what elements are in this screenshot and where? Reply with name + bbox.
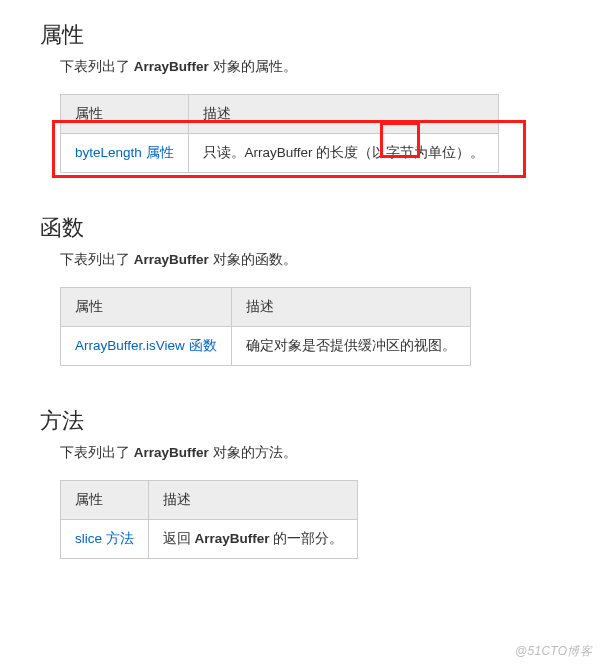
table-header-row: 属性 描述 xyxy=(61,288,471,327)
desc-suffix: 的一部分。 xyxy=(270,531,344,546)
desc-suffix: 对象的属性。 xyxy=(209,59,297,74)
section-properties: 属性 下表列出了 ArrayBuffer 对象的属性。 属性 描述 byteLe… xyxy=(0,0,600,193)
table-header-row: 属性 描述 xyxy=(61,481,358,520)
desc-prefix: 下表列出了 xyxy=(60,445,134,460)
table-row: byteLength 属性 只读。ArrayBuffer 的长度（以字节为单位）… xyxy=(61,134,499,173)
link-slice[interactable]: slice 方法 xyxy=(75,531,134,546)
heading-functions: 函数 xyxy=(40,213,560,243)
section-methods: 方法 下表列出了 ArrayBuffer 对象的方法。 属性 描述 slice … xyxy=(0,386,600,579)
table-functions: 属性 描述 ArrayBuffer.isView 函数 确定对象是否提供缓冲区的… xyxy=(60,287,471,366)
table-properties: 属性 描述 byteLength 属性 只读。ArrayBuffer 的长度（以… xyxy=(60,94,499,173)
cell-property-desc: 只读。ArrayBuffer 的长度（以字节为单位）。 xyxy=(188,134,499,173)
table-row: ArrayBuffer.isView 函数 确定对象是否提供缓冲区的视图。 xyxy=(61,327,471,366)
watermark: @51CTO博客 xyxy=(515,643,592,660)
cell-function-desc: 确定对象是否提供缓冲区的视图。 xyxy=(231,327,470,366)
desc-prefix: 下表列出了 xyxy=(60,252,134,267)
table-header-row: 属性 描述 xyxy=(61,95,499,134)
desc-suffix: 对象的方法。 xyxy=(209,445,297,460)
desc-prefix: 返回 xyxy=(163,531,195,546)
link-isview[interactable]: ArrayBuffer.isView 函数 xyxy=(75,338,217,353)
heading-properties: 属性 xyxy=(40,20,560,50)
cell-property-name: byteLength 属性 xyxy=(61,134,189,173)
th-col1: 属性 xyxy=(61,481,149,520)
desc-functions: 下表列出了 ArrayBuffer 对象的函数。 xyxy=(60,251,560,269)
table-methods: 属性 描述 slice 方法 返回 ArrayBuffer 的一部分。 xyxy=(60,480,358,559)
th-col2: 描述 xyxy=(188,95,499,134)
desc-bold: ArrayBuffer xyxy=(195,531,270,546)
th-col1: 属性 xyxy=(61,288,232,327)
desc-properties: 下表列出了 ArrayBuffer 对象的属性。 xyxy=(60,58,560,76)
desc-prefix: 下表列出了 xyxy=(60,59,134,74)
cell-function-name: ArrayBuffer.isView 函数 xyxy=(61,327,232,366)
heading-methods: 方法 xyxy=(40,406,560,436)
cell-method-desc: 返回 ArrayBuffer 的一部分。 xyxy=(148,520,358,559)
desc-methods: 下表列出了 ArrayBuffer 对象的方法。 xyxy=(60,444,560,462)
table-row: slice 方法 返回 ArrayBuffer 的一部分。 xyxy=(61,520,358,559)
th-col2: 描述 xyxy=(148,481,358,520)
desc-suffix: 对象的函数。 xyxy=(209,252,297,267)
link-bytelength[interactable]: byteLength 属性 xyxy=(75,145,174,160)
th-col1: 属性 xyxy=(61,95,189,134)
section-functions: 函数 下表列出了 ArrayBuffer 对象的函数。 属性 描述 ArrayB… xyxy=(0,193,600,386)
desc-bold: ArrayBuffer xyxy=(134,445,209,460)
desc-bold: ArrayBuffer xyxy=(134,252,209,267)
cell-method-name: slice 方法 xyxy=(61,520,149,559)
th-col2: 描述 xyxy=(231,288,470,327)
desc-bold: ArrayBuffer xyxy=(134,59,209,74)
